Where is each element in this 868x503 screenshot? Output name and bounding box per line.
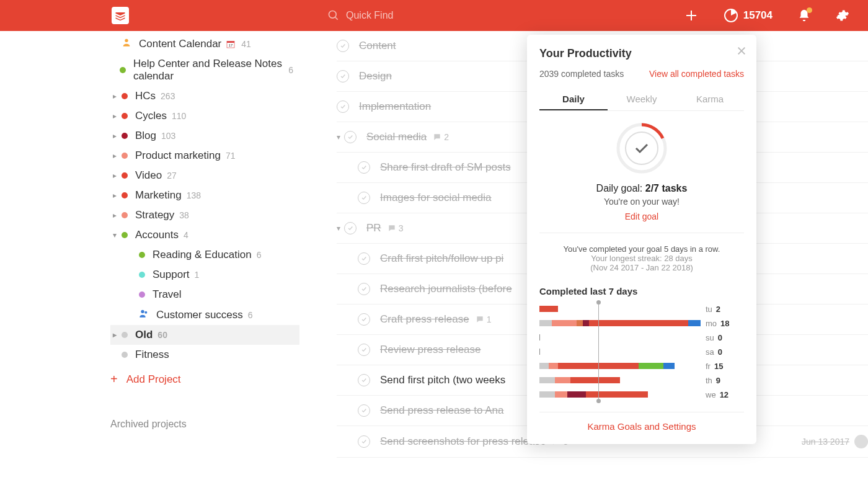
- close-button[interactable]: [737, 45, 746, 59]
- task-checkbox[interactable]: [358, 252, 370, 265]
- task-checkbox[interactable]: [358, 313, 370, 326]
- add-task-button[interactable]: [684, 8, 699, 23]
- comment-count[interactable]: 1: [476, 314, 492, 324]
- project-count: 263: [161, 91, 175, 101]
- project-count: 138: [187, 190, 201, 200]
- project-count: 6: [248, 310, 253, 320]
- project-item[interactable]: ▾Accounts4: [110, 225, 299, 245]
- project-name: Accounts: [135, 229, 179, 241]
- project-item[interactable]: ▸HCs263: [110, 86, 299, 106]
- search-icon: [327, 9, 340, 22]
- project-item[interactable]: ▸Product marketing71: [110, 146, 299, 166]
- project-name: Reading & Education: [153, 249, 252, 261]
- task-checkbox[interactable]: [358, 404, 370, 417]
- app-logo[interactable]: [112, 7, 129, 24]
- task-checkbox[interactable]: [358, 344, 370, 356]
- view-all-link[interactable]: View all completed tasks: [649, 69, 744, 79]
- project-item[interactable]: ▸Cycles110: [110, 106, 299, 126]
- chevron-icon: ▸: [110, 211, 119, 220]
- task-checkbox[interactable]: [337, 70, 349, 82]
- project-name: Cycles: [135, 110, 167, 122]
- project-item[interactable]: Help Center and Release Notes calendar6: [110, 54, 299, 86]
- task-name: Share first draft of SM posts: [380, 161, 511, 174]
- project-name: HCs: [135, 90, 156, 102]
- project-item[interactable]: Fitness: [110, 345, 299, 365]
- project-dot: [122, 232, 128, 238]
- task-name: Send first pitch (two weeks: [380, 374, 505, 386]
- project-item[interactable]: ▸Marketing138: [110, 185, 299, 205]
- project-name: Product marketing: [135, 149, 221, 162]
- project-dot: [139, 252, 145, 258]
- close-icon: [737, 46, 746, 56]
- tab-daily[interactable]: Daily: [539, 89, 608, 110]
- search-placeholder: Quick Find: [346, 10, 393, 21]
- task-date: Jun 13 2017: [802, 437, 849, 447]
- task-name: Images for social media: [380, 192, 492, 204]
- project-count: 71: [226, 151, 236, 161]
- day-value: 0: [718, 333, 722, 342]
- add-project-label: Add Project: [126, 373, 181, 386]
- karma-settings-link[interactable]: Karma Goals and Settings: [539, 412, 744, 432]
- completed-count: 2039 completed tasks: [539, 69, 624, 79]
- add-project-button[interactable]: +Add Project: [110, 365, 299, 394]
- project-name: Marketing: [135, 189, 182, 202]
- project-item[interactable]: Travel: [110, 285, 299, 305]
- tab-weekly[interactable]: Weekly: [608, 89, 676, 110]
- task-checkbox[interactable]: [358, 283, 370, 295]
- task-checkbox[interactable]: [358, 161, 370, 174]
- streak-section: You've completed your goal 5 days in a r…: [539, 233, 744, 272]
- app-header: Quick Find 15704: [0, 0, 868, 31]
- project-item[interactable]: ▸Blog103: [110, 126, 299, 146]
- comment-count[interactable]: 3: [388, 223, 404, 233]
- tab-karma[interactable]: Karma: [676, 89, 744, 110]
- project-item[interactable]: ▸Video27: [110, 166, 299, 185]
- project-dot: [120, 67, 126, 73]
- sidebar: Content Calendar1741Help Center and Rele…: [0, 31, 299, 503]
- day-label: su: [706, 333, 714, 342]
- chart-row: su0: [539, 331, 744, 344]
- project-dot: [139, 272, 145, 278]
- project-dot: [139, 292, 145, 298]
- task-checkbox[interactable]: [358, 192, 370, 204]
- day-value: 18: [720, 319, 729, 328]
- chart-row: fr15: [539, 360, 744, 372]
- bar: [539, 391, 701, 398]
- chevron-icon: ▸: [110, 92, 119, 100]
- karma-button[interactable]: 15704: [724, 8, 773, 23]
- project-item[interactable]: ▸Strategy38: [110, 205, 299, 225]
- task-checkbox[interactable]: [358, 374, 370, 386]
- project-item[interactable]: Content Calendar1741: [110, 33, 299, 54]
- comment-icon: [476, 315, 484, 324]
- svg-point-0: [329, 11, 337, 19]
- svg-text:17: 17: [229, 43, 233, 47]
- panel-title: Your Productivity: [539, 47, 744, 60]
- task-checkbox[interactable]: [344, 222, 356, 234]
- edit-goal-link[interactable]: Edit goal: [539, 211, 744, 221]
- task-name: Craft press release: [380, 313, 469, 326]
- chevron-down-icon[interactable]: ▾: [337, 224, 340, 233]
- project-item[interactable]: Customer success6: [110, 305, 299, 325]
- task-checkbox[interactable]: [358, 435, 370, 448]
- day-label: mo: [706, 319, 717, 328]
- calendar-icon: 17: [225, 38, 236, 50]
- notifications-button[interactable]: [797, 9, 811, 22]
- day-value: 0: [718, 347, 722, 357]
- settings-button[interactable]: [836, 9, 849, 22]
- task-checkbox[interactable]: [344, 131, 356, 143]
- day-value: 9: [716, 376, 720, 385]
- archived-projects-link[interactable]: Archived projects: [110, 412, 299, 436]
- chevron-icon: ▸: [110, 131, 119, 140]
- assignee-avatar: [854, 435, 868, 448]
- plus-icon: +: [110, 372, 118, 386]
- task-name: Implementation: [359, 100, 431, 113]
- comment-count[interactable]: 2: [433, 132, 449, 142]
- goal-sub: You're on your way!: [539, 197, 744, 207]
- task-checkbox[interactable]: [337, 40, 349, 52]
- project-item[interactable]: ▸Old60: [110, 325, 299, 345]
- project-item[interactable]: Support1: [110, 265, 299, 285]
- task-checkbox[interactable]: [337, 100, 349, 113]
- goal-meter: [539, 122, 744, 174]
- search-bar[interactable]: Quick Find: [327, 9, 393, 22]
- project-item[interactable]: Reading & Education6: [110, 245, 299, 265]
- chevron-down-icon[interactable]: ▾: [337, 133, 340, 141]
